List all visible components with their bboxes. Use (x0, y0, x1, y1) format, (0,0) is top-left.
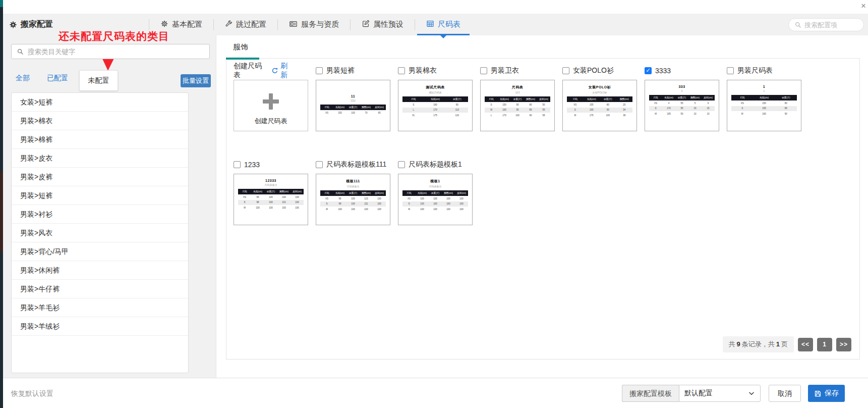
header-tab-attrs[interactable]: 属性预设 (351, 14, 415, 35)
category-item[interactable]: 男装>风衣 (12, 224, 188, 242)
header-tab-services[interactable]: 服务与资质 (278, 14, 350, 35)
category-item[interactable]: 男装>短裤 (12, 186, 188, 205)
sidebar-tab-unconfigured[interactable]: 未配置 (79, 70, 118, 91)
template-label: 1233 (244, 161, 260, 169)
category-list: 女装>短裤男装>棉衣男装>棉裤男装>皮衣男装>皮裤男装>短裤男装>衬衫男装>风衣… (11, 92, 189, 373)
last-page-button[interactable]: >> (836, 338, 851, 351)
template-checkbox[interactable] (562, 67, 569, 74)
chart-column-header: 尺码 (731, 95, 753, 100)
size-chart-card[interactable]: 3333尺码身高(cm)体重(斤)胸围(cm)肩宽(cm)XS45556S170… (645, 80, 719, 131)
chart-column-header: 尺码 (238, 189, 251, 194)
chart-column-header: 尺码 (649, 95, 662, 100)
footer-actions: 搬家配置模板 默认配置 取消 保存 (622, 385, 845, 402)
chart-row: M17510038 (567, 113, 632, 118)
gear-icon (9, 21, 17, 29)
size-chart-card[interactable]: 测试尺码表测试尺码表尺码身高(cm)体重(斤)S16090L170110XL17… (398, 80, 473, 131)
chart-column-header: 身高(cm) (333, 190, 346, 196)
chart-column-header: 体重(斤) (775, 95, 797, 100)
sidebar-tab-all[interactable]: 全部 (16, 74, 30, 83)
batch-set-button[interactable]: 批量设置 (181, 74, 211, 87)
category-item[interactable]: 男装>棉衣 (12, 112, 188, 130)
template-checkbox[interactable] (480, 67, 487, 74)
refresh-button[interactable]: 刷新 (271, 62, 294, 80)
cancel-button[interactable]: 取消 (769, 385, 801, 402)
close-icon[interactable]: × (861, 2, 866, 10)
chart-row: XL175120 (402, 113, 468, 118)
chart-row: S98100211100 (320, 201, 386, 207)
card-icon (289, 20, 298, 30)
create-size-chart-card[interactable]: 创建尺码表 (234, 80, 308, 131)
template-checkbox[interactable] (316, 67, 323, 74)
create-card-label: 创建尺码表 (234, 117, 308, 126)
header-tab-sizechart[interactable]: 尺码表 (415, 14, 472, 35)
chart-row: S98100101100 (238, 200, 304, 206)
chart-subtitle: 1 (727, 89, 801, 92)
header-tab-label: 跳过配置 (236, 20, 266, 29)
size-chart-card[interactable]: 12333尺码表备注尺码身高(cm)体重(斤)胸围(cm)肩宽(cm)XS951… (234, 174, 308, 225)
category-search-box[interactable] (11, 44, 210, 59)
config-template-value: 默认配置 (684, 389, 713, 398)
template-cell: 男装棉衣测试尺码表测试尺码表尺码身高(cm)体重(斤)S16090L170110… (398, 66, 473, 131)
category-item[interactable]: 男装>背心/马甲 (12, 242, 188, 261)
category-item[interactable]: 男装>休闲裤 (12, 261, 188, 280)
chart-table: 尺码身高(cm)体重(斤)胸围(cm)XS1558020S1659034M175… (567, 96, 632, 118)
chart-row: XS15080 (731, 100, 797, 106)
chart-title: 测试尺码表 (398, 85, 472, 90)
restore-defaults-link[interactable]: 恢复默认设置 (11, 378, 53, 408)
pagination-summary: 共9条记录，共1页 (723, 336, 794, 352)
template-cell: 尺码表标题模板1模板1尺码表备注尺码身高(cm)体重(斤)胸围(cm)肩宽(cm… (398, 160, 473, 225)
category-search-input[interactable] (28, 48, 204, 56)
size-chart-card[interactable]: 女装POLO衫女装POLO衫尺码身高(cm)体重(斤)胸围(cm)XS15580… (562, 80, 637, 131)
template-checkbox[interactable] (645, 67, 652, 74)
category-item[interactable]: 男装>棉裤 (12, 130, 188, 149)
edit-icon (362, 20, 370, 29)
size-chart-card[interactable]: 模板111尺码表备注尺码身高(cm)体重(斤)胸围(cm)肩宽(cm)XS951… (316, 174, 390, 225)
category-item[interactable]: 男装>羊毛衫 (12, 298, 188, 317)
chart-column-header: 肩宽(cm) (373, 105, 386, 110)
chart-row: M100100100100 (320, 207, 386, 212)
category-item[interactable]: 男装>羊绒衫 (12, 317, 188, 336)
category-item[interactable]: 女装>短裤 (12, 93, 188, 112)
chart-column-header: 胸围(cm) (277, 189, 291, 194)
template-checkbox[interactable] (234, 161, 241, 168)
category-item[interactable]: 男装>衬衫 (12, 205, 188, 224)
current-page-button[interactable]: 1 (817, 338, 832, 351)
category-item[interactable]: 男装>皮裤 (12, 168, 188, 186)
config-template-select[interactable]: 默认配置 (679, 385, 761, 402)
template-checkbox[interactable] (398, 161, 405, 168)
category-item[interactable]: 男装>牛仔裤 (12, 280, 188, 298)
chart-table: 尺码身高(cm)体重(斤)胸围(cm)肩宽(cm)XS95100100100S9… (238, 189, 304, 211)
create-toolbar: 创建尺码表 刷新 (234, 66, 308, 76)
size-chart-card[interactable]: 111111尺码身高(cm)体重(斤)胸围(cm)肩宽(cm)XS1501007… (316, 80, 390, 131)
category-group-tab[interactable]: 服饰 (233, 42, 248, 52)
template-label: 尺码表标题模板111 (326, 160, 386, 169)
chart-column-header: 尺码 (485, 96, 498, 102)
chart-row: XS1501007065 (320, 110, 386, 116)
footer-bar: 恢复默认设置 搬家配置模板 默认配置 取消 保存 (3, 378, 868, 408)
header-tabs: 基本配置跳过配置服务与资质属性预设尺码表 (149, 14, 472, 35)
template-checkbox-row: 1233 (234, 160, 308, 170)
first-page-button[interactable]: << (798, 338, 813, 351)
sidebar-tab-configured[interactable]: 已配置 (47, 74, 68, 83)
header-tab-skip[interactable]: 跳过配置 (214, 14, 277, 35)
chart-column-header: 身高(cm) (498, 96, 511, 102)
template-label: 尺码表标题模板1 (409, 160, 462, 169)
template-checkbox[interactable] (398, 67, 405, 74)
category-item[interactable]: 男装>皮衣 (12, 149, 188, 168)
config-search-input[interactable] (804, 21, 858, 29)
template-checkbox[interactable] (727, 67, 734, 74)
chart-row: S15585 (731, 106, 797, 112)
annotation-text: 还未配置尺码表的类目 (59, 29, 169, 43)
size-chart-card[interactable]: 11尺码身高(cm)体重(斤)XS15080S15585M16090 (727, 80, 801, 131)
size-chart-card[interactable]: 模板1尺码表备注尺码身高(cm)体重(斤)胸围(cm)肩宽(cm)XS10010… (398, 174, 473, 225)
config-search-box[interactable] (788, 18, 864, 31)
template-checkbox[interactable] (316, 161, 323, 168)
template-label: 3333 (655, 67, 671, 75)
template-cell: 男装尺码表11尺码身高(cm)体重(斤)XS15080S15585M16090 (727, 66, 801, 131)
size-chart-card[interactable]: 尺码表123尺码身高(cm)体重(斤)胸围(cm)肩宽(cm)S15090805… (480, 80, 555, 131)
save-label: 保存 (825, 389, 839, 398)
header-tab-label: 尺码表 (438, 20, 460, 29)
chart-column-header: 胸围(cm) (360, 105, 373, 110)
save-button[interactable]: 保存 (808, 385, 845, 402)
plus-icon (261, 91, 281, 112)
